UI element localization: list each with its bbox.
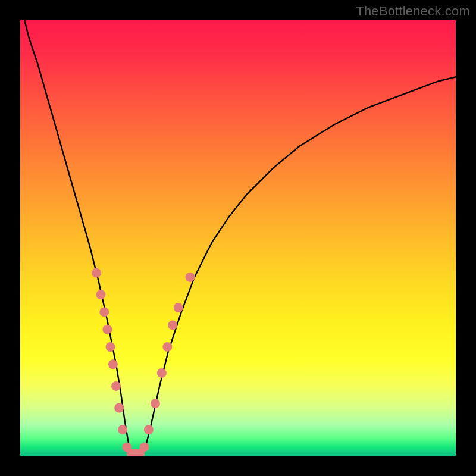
watermark-text: TheBottleneck.com — [356, 4, 470, 19]
curve-series — [20, 20, 456, 456]
data-marker — [102, 325, 112, 334]
data-marker — [168, 320, 177, 330]
marker-series — [92, 268, 195, 456]
data-marker — [99, 307, 109, 317]
chart-frame: TheBottleneck.com — [0, 0, 476, 476]
bottleneck-curve-path — [20, 20, 456, 456]
data-marker — [96, 290, 105, 299]
data-marker — [140, 442, 149, 452]
data-marker — [157, 368, 167, 378]
chart-svg — [20, 20, 456, 456]
data-marker — [118, 425, 127, 434]
data-marker — [174, 303, 183, 312]
data-marker — [144, 425, 154, 434]
data-marker — [111, 381, 121, 391]
data-marker — [106, 342, 115, 352]
data-marker — [92, 268, 101, 278]
plot-area — [20, 20, 456, 456]
data-marker — [108, 359, 118, 369]
data-marker — [186, 273, 195, 282]
data-marker — [162, 342, 172, 352]
data-marker — [114, 403, 124, 413]
data-marker — [151, 399, 160, 408]
